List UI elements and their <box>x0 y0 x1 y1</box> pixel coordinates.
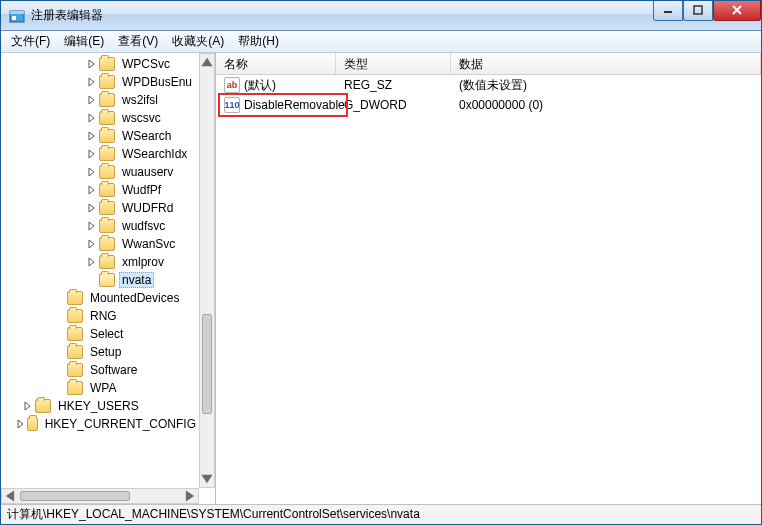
folder-icon <box>67 345 83 359</box>
tree-node[interactable]: MountedDevices <box>5 289 199 307</box>
folder-icon <box>99 111 115 125</box>
maximize-button[interactable] <box>683 1 713 21</box>
expand-icon[interactable] <box>85 184 97 196</box>
expand-icon[interactable] <box>85 202 97 214</box>
workarea: WPCSvcWPDBusEnuws2ifslwscsvcWSearchWSear… <box>1 53 761 504</box>
tree-node[interactable]: Software <box>5 361 199 379</box>
expand-icon[interactable] <box>85 220 97 232</box>
dword-value-icon: 110 <box>224 97 240 113</box>
value-name: DisableRemovable <box>244 98 345 112</box>
tree-spacer <box>53 364 65 376</box>
menu-help[interactable]: 帮助(H) <box>232 31 285 52</box>
folder-icon <box>67 381 83 395</box>
tree-spacer <box>53 310 65 322</box>
tree-node-label: WSearch <box>119 128 174 144</box>
minimize-button[interactable] <box>653 1 683 21</box>
tree-node-label: WPDBusEnu <box>119 74 195 90</box>
values-list-pane: 名称 类型 数据 ab(默认)REG_SZ(数值未设置)110DisableRe… <box>216 53 761 504</box>
tree-node-label: WPCSvc <box>119 56 173 72</box>
folder-icon <box>99 183 115 197</box>
expand-icon[interactable] <box>85 112 97 124</box>
statusbar: 计算机\HKEY_LOCAL_MACHINE\SYSTEM\CurrentCon… <box>1 504 761 524</box>
tree-scroll-area[interactable]: WPCSvcWPDBusEnuws2ifslwscsvcWSearchWSear… <box>1 53 199 488</box>
tree-node[interactable]: wuauserv <box>5 163 199 181</box>
tree-node[interactable]: WSearch <box>5 127 199 145</box>
value-type: REG_SZ <box>336 77 451 93</box>
tree-pane: WPCSvcWPDBusEnuws2ifslwscsvcWSearchWSear… <box>1 53 216 504</box>
folder-icon <box>99 255 115 269</box>
folder-icon <box>67 363 83 377</box>
tree-node-label: WPA <box>87 380 119 396</box>
tree-node-label: WSearchIdx <box>119 146 190 162</box>
tree-node[interactable]: RNG <box>5 307 199 325</box>
svg-rect-1 <box>10 11 24 14</box>
value-row[interactable]: 110DisableRemovableG_DWORD0x00000000 (0) <box>216 95 761 115</box>
tree-node[interactable]: WPCSvc <box>5 55 199 73</box>
values-list-body[interactable]: ab(默认)REG_SZ(数值未设置)110DisableRemovableG_… <box>216 75 761 504</box>
tree-node[interactable]: wudfsvc <box>5 217 199 235</box>
tree-node[interactable]: HKEY_CURRENT_CONFIG <box>5 415 199 433</box>
expand-icon[interactable] <box>85 166 97 178</box>
tree-node[interactable]: Select <box>5 325 199 343</box>
value-data: (数值未设置) <box>451 76 761 95</box>
window-title: 注册表编辑器 <box>31 7 653 24</box>
tree-node-label: HKEY_USERS <box>55 398 142 414</box>
tree-node-label: WwanSvc <box>119 236 178 252</box>
tree-spacer <box>53 328 65 340</box>
tree-node[interactable]: WPDBusEnu <box>5 73 199 91</box>
menu-file[interactable]: 文件(F) <box>5 31 56 52</box>
tree-node[interactable]: nvata <box>5 271 199 289</box>
folder-icon <box>99 165 115 179</box>
menu-edit[interactable]: 编辑(E) <box>58 31 110 52</box>
folder-icon <box>99 201 115 215</box>
folder-icon <box>67 309 83 323</box>
folder-icon <box>99 57 115 71</box>
expand-icon[interactable] <box>85 148 97 160</box>
expand-icon[interactable] <box>85 130 97 142</box>
tree-node-label: xmlprov <box>119 254 167 270</box>
registry-tree: WPCSvcWPDBusEnuws2ifslwscsvcWSearchWSear… <box>1 53 199 435</box>
expand-icon[interactable] <box>21 400 33 412</box>
expand-icon[interactable] <box>15 418 25 430</box>
tree-node[interactable]: Setup <box>5 343 199 361</box>
titlebar[interactable]: 注册表编辑器 <box>1 1 761 31</box>
tree-node-label: WUDFRd <box>119 200 176 216</box>
tree-node-label: WudfPf <box>119 182 164 198</box>
column-header-data[interactable]: 数据 <box>451 53 761 74</box>
menu-view[interactable]: 查看(V) <box>112 31 164 52</box>
tree-node-label: HKEY_CURRENT_CONFIG <box>42 416 199 432</box>
app-icon <box>9 8 25 24</box>
expand-icon[interactable] <box>85 58 97 70</box>
value-row[interactable]: ab(默认)REG_SZ(数值未设置) <box>216 75 761 95</box>
tree-vertical-scrollbar[interactable] <box>199 53 215 488</box>
column-header-type[interactable]: 类型 <box>336 53 451 74</box>
column-header-name[interactable]: 名称 <box>216 53 336 74</box>
svg-rect-4 <box>694 6 702 14</box>
tree-node[interactable]: WUDFRd <box>5 199 199 217</box>
folder-icon <box>67 291 83 305</box>
tree-node-label: MountedDevices <box>87 290 182 306</box>
tree-node-label: wudfsvc <box>119 218 168 234</box>
expand-icon[interactable] <box>85 256 97 268</box>
tree-node-label: Select <box>87 326 126 342</box>
tree-node[interactable]: HKEY_USERS <box>5 397 199 415</box>
tree-node[interactable]: WudfPf <box>5 181 199 199</box>
tree-node-label: Setup <box>87 344 124 360</box>
expand-icon[interactable] <box>85 94 97 106</box>
folder-icon <box>99 129 115 143</box>
tree-node[interactable]: WSearchIdx <box>5 145 199 163</box>
tree-node[interactable]: WPA <box>5 379 199 397</box>
expand-icon[interactable] <box>85 238 97 250</box>
statusbar-path: 计算机\HKEY_LOCAL_MACHINE\SYSTEM\CurrentCon… <box>7 506 420 523</box>
tree-node[interactable]: ws2ifsl <box>5 91 199 109</box>
expand-icon[interactable] <box>85 76 97 88</box>
tree-horizontal-scrollbar[interactable] <box>1 488 199 504</box>
tree-node-label: wuauserv <box>119 164 176 180</box>
folder-icon <box>99 273 115 287</box>
tree-node[interactable]: xmlprov <box>5 253 199 271</box>
menu-favorites[interactable]: 收藏夹(A) <box>166 31 230 52</box>
tree-node[interactable]: wscsvc <box>5 109 199 127</box>
close-button[interactable] <box>713 1 761 21</box>
folder-icon <box>99 237 115 251</box>
tree-node[interactable]: WwanSvc <box>5 235 199 253</box>
